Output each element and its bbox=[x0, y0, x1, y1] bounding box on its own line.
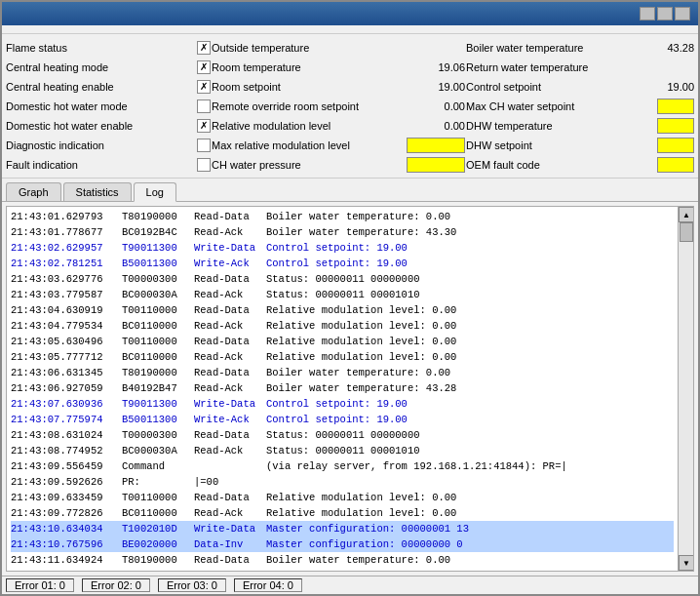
col3-value-6 bbox=[657, 157, 694, 173]
col2-value-5 bbox=[407, 138, 465, 153]
log-timestamp-14: 21:43:08.631024 bbox=[11, 427, 118, 443]
col1-row-3: Domestic hot water mode bbox=[6, 97, 211, 115]
log-line-9: 21:43:05.777712BC0110000Read-AckRelative… bbox=[11, 349, 674, 365]
log-code-12: T90011300 bbox=[122, 396, 190, 412]
col2-value-4: 0.00 bbox=[426, 120, 465, 132]
log-type-0: Read-Data bbox=[194, 209, 262, 224]
log-timestamp-19: 21:43:09.772826 bbox=[11, 505, 118, 521]
col2-row-5: Max relative modulation level bbox=[212, 136, 465, 154]
log-code-1: BC0192B4C bbox=[122, 224, 190, 240]
log-type-10: Read-Data bbox=[194, 365, 262, 380]
menu-edit[interactable] bbox=[21, 27, 37, 31]
log-line-18: 21:43:09.633459T00110000Read-DataRelativ… bbox=[11, 490, 674, 505]
status-bar: Error 01: 0Error 02: 0Error 03: 0Error 0… bbox=[2, 576, 698, 594]
log-message-10: Boiler water temperature: 0.00 bbox=[266, 365, 674, 380]
log-timestamp-7: 21:43:04.779534 bbox=[11, 318, 118, 334]
log-timestamp-22: 21:43:11.634924 bbox=[11, 552, 118, 568]
log-line-11: 21:43:06.927059B40192B47Read-AckBoiler w… bbox=[11, 380, 674, 396]
log-code-4: T00000300 bbox=[122, 271, 190, 287]
log-type-16 bbox=[194, 458, 262, 474]
scroll-thumb[interactable] bbox=[680, 222, 693, 242]
log-type-21: Data-Inv bbox=[194, 536, 262, 552]
log-type-12: Write-Data bbox=[194, 396, 262, 412]
scroll-down-button[interactable]: ▼ bbox=[679, 555, 694, 571]
log-timestamp-15: 21:43:08.774952 bbox=[11, 443, 118, 458]
log-timestamp-0: 21:43:01.629793 bbox=[11, 209, 118, 224]
col1-label-2: Central heating enable bbox=[6, 81, 193, 93]
log-timestamp-20: 21:43:10.634034 bbox=[11, 521, 118, 536]
log-message-9: Relative modulation level: 0.00 bbox=[266, 349, 674, 365]
col3-label-3: Max CH water setpoint bbox=[466, 100, 653, 112]
col1-row-4: Domestic hot water enable✗ bbox=[6, 116, 211, 135]
col1-checkbox-6[interactable] bbox=[197, 158, 211, 172]
log-message-15: Status: 00000011 00001010 bbox=[266, 443, 674, 458]
menu-help[interactable] bbox=[53, 27, 68, 31]
col2-label-4: Relative modulation level bbox=[212, 120, 422, 132]
col2-label-3: Remote override room setpoint bbox=[212, 100, 422, 112]
log-message-4: Status: 00000011 00000000 bbox=[266, 271, 674, 287]
log-line-5: 21:43:03.779587BC000030ARead-AckStatus: … bbox=[11, 287, 674, 302]
log-content: 21:43:01.629793T80190000Read-DataBoiler … bbox=[7, 207, 678, 571]
log-type-14: Read-Data bbox=[194, 427, 262, 443]
tab-statistics[interactable]: Statistics bbox=[63, 182, 132, 201]
log-line-3: 21:43:02.781251B50011300Write-AckControl… bbox=[11, 256, 674, 271]
col1-checkbox-2[interactable]: ✗ bbox=[197, 80, 211, 94]
col3-label-6: OEM fault code bbox=[466, 159, 653, 171]
col1-row-2: Central heating enable✗ bbox=[6, 77, 211, 96]
col3-value-5 bbox=[657, 138, 694, 153]
log-code-19: BC0110000 bbox=[122, 505, 190, 521]
log-timestamp-1: 21:43:01.778677 bbox=[11, 224, 118, 240]
status-bar-item-0: Error 01: 0 bbox=[6, 578, 74, 592]
log-line-12: 21:43:07.630936T90011300Write-DataContro… bbox=[11, 396, 674, 412]
col1-checkbox-3[interactable] bbox=[197, 99, 211, 113]
log-code-0: T80190000 bbox=[122, 209, 190, 224]
log-timestamp-13: 21:43:07.775974 bbox=[11, 412, 118, 427]
tab-log[interactable]: Log bbox=[134, 182, 176, 202]
tab-graph[interactable]: Graph bbox=[6, 182, 61, 201]
col2-value-6 bbox=[407, 157, 465, 173]
log-type-3: Write-Ack bbox=[194, 256, 262, 271]
close-button[interactable] bbox=[675, 7, 690, 20]
log-type-4: Read-Data bbox=[194, 271, 262, 287]
col3-value-4 bbox=[657, 118, 694, 134]
log-code-11: B40192B47 bbox=[122, 380, 190, 396]
status-col-3: Boiler water temperature43.28Return wate… bbox=[466, 38, 694, 174]
col1-label-6: Fault indication bbox=[6, 159, 193, 171]
col3-label-4: DHW temperature bbox=[466, 120, 653, 132]
scroll-up-button[interactable]: ▲ bbox=[679, 207, 694, 222]
window-controls bbox=[640, 7, 690, 20]
col1-row-0: Flame status✗ bbox=[6, 38, 211, 57]
log-message-14: Status: 00000011 00000000 bbox=[266, 427, 674, 443]
log-type-18: Read-Data bbox=[194, 490, 262, 505]
scrollbar[interactable]: ▲ ▼ bbox=[678, 207, 693, 571]
maximize-button[interactable] bbox=[657, 7, 673, 20]
log-type-13: Write-Ack bbox=[194, 412, 262, 427]
log-type-22: Read-Data bbox=[194, 552, 262, 568]
log-timestamp-16: 21:43:09.556459 bbox=[11, 458, 118, 474]
status-col-2: Outside temperatureRoom temperature19.06… bbox=[212, 38, 465, 174]
log-line-22: 21:43:11.634924T80190000Read-DataBoiler … bbox=[11, 552, 674, 568]
log-message-7: Relative modulation level: 0.00 bbox=[266, 318, 674, 334]
log-line-17: 21:43:09.592626PR:|=00 bbox=[11, 474, 674, 490]
col2-label-0: Outside temperature bbox=[212, 42, 422, 54]
col3-row-6: OEM fault code bbox=[466, 155, 694, 174]
col1-checkbox-0[interactable]: ✗ bbox=[197, 41, 211, 55]
scroll-track[interactable] bbox=[679, 222, 693, 555]
col1-checkbox-1[interactable]: ✗ bbox=[197, 60, 211, 74]
col1-checkbox-5[interactable] bbox=[197, 139, 211, 152]
log-message-13: Control setpoint: 19.00 bbox=[266, 412, 674, 427]
log-type-20: Write-Data bbox=[194, 521, 262, 536]
log-line-23: 21:43:11.770970B40192B47Read-AckBoiler w… bbox=[11, 568, 674, 571]
menu-file[interactable] bbox=[6, 27, 21, 31]
log-message-11: Boiler water temperature: 43.28 bbox=[266, 380, 674, 396]
menu-options[interactable] bbox=[37, 27, 53, 31]
log-message-12: Control setpoint: 19.00 bbox=[266, 396, 674, 412]
status-grid: Flame status✗Central heating mode✗Centra… bbox=[2, 34, 698, 179]
col2-row-6: CH water pressure bbox=[212, 155, 465, 174]
log-timestamp-5: 21:43:03.779587 bbox=[11, 287, 118, 302]
log-type-5: Read-Ack bbox=[194, 287, 262, 302]
log-code-20: T1002010D bbox=[122, 521, 190, 536]
col1-checkbox-4[interactable]: ✗ bbox=[197, 119, 211, 133]
tab-bar: GraphStatisticsLog bbox=[2, 179, 698, 202]
minimize-button[interactable] bbox=[640, 7, 655, 20]
